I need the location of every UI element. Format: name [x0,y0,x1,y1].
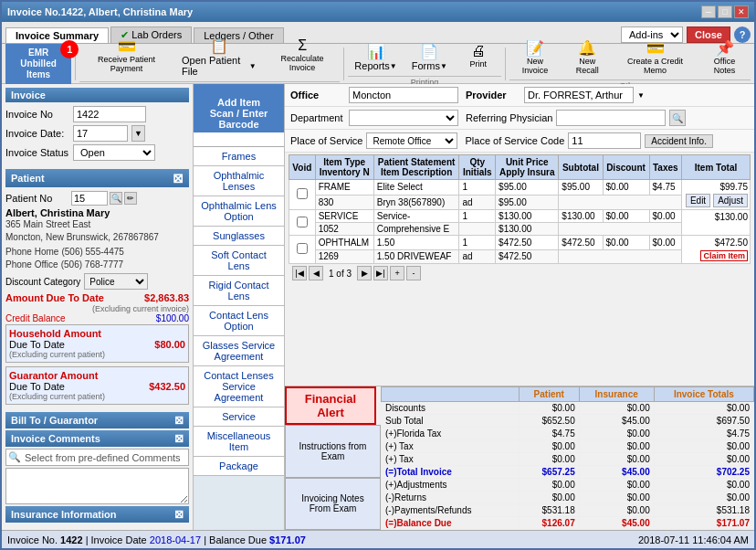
window-close-button[interactable]: ✕ [734,5,749,18]
patient-value-cell: $531.18 [519,504,579,517]
forms-button[interactable]: 📄 Forms▼ [405,40,454,74]
page-info: 1 of 3 [325,269,355,279]
inventory-cell: 830 [315,195,373,210]
office-notes-button[interactable]: 📌 Office Notes [698,37,751,78]
spacer-cell [559,249,682,264]
comments-select-btn[interactable]: 🔍 Select from pre-defined Comments [5,449,189,466]
referring-input[interactable] [556,110,666,126]
total-value-cell: $0.00 [654,492,753,504]
adjust-button[interactable]: Adjust [713,194,748,207]
col-insurance: Insurance [579,387,654,402]
comments-header: Invoice Comments ⊠ [5,430,189,447]
open-patient-file-button[interactable]: 📋 Open Patient File ▼ [175,35,263,79]
total-value-cell: $702.25 [654,466,753,479]
status-invoice-info: Invoice No. 1422 | Invoice Date 2018-04-… [7,534,306,545]
scan-item[interactable]: Frames [194,147,284,166]
scan-item[interactable]: Ophthalmic Lenses [194,166,284,196]
provider-dropdown-icon[interactable]: ▼ [637,91,645,100]
reports-button[interactable]: 📊 Reports▼ [348,40,403,74]
insurance-section: Insurance Information ⊠ [5,506,189,523]
receive-payment-button[interactable]: 💳 Receive Patient Payment [79,35,173,79]
discount-select[interactable]: Police [84,273,148,290]
referring-search-btn[interactable]: 🔍 [669,110,686,126]
last-page-btn[interactable]: ▶| [373,266,388,280]
right-panel: Office Provider ▼ Department Referr [285,84,754,530]
financial-label-cell: (=)Balance Due [382,517,520,530]
financial-row: Sub Total $652.50 $45.00 $697.50 [382,415,754,428]
comments-textarea[interactable] [5,468,189,504]
print-button[interactable]: 🖨 Print [456,40,501,74]
scan-item[interactable]: Contact Lenses Service Agreement [194,366,284,407]
scan-item[interactable]: Glasses Service Agreement [194,336,284,366]
first-page-btn[interactable]: |◀ [292,266,307,280]
scan-item[interactable]: Sunglasses [194,227,284,246]
scan-item[interactable]: Service [194,407,284,427]
patient-section: Patient ⊠ Patient No 🔍 ✏ Albert, Christi… [5,169,189,408]
scan-item[interactable]: Contact Lens Option [194,306,284,336]
patient-expand-btn[interactable]: ⊠ [173,171,184,185]
taxes-cell: $0.00 [649,236,681,250]
scan-input[interactable] [194,132,284,147]
amount-due-label: Amount Due To Date [5,292,104,303]
comments-expand-btn[interactable]: ⊠ [174,432,184,445]
recalculate-invoice-button[interactable]: Σ Recalculate Invoice [265,35,341,79]
bill-to-expand-btn[interactable]: ⊠ [174,414,184,427]
next-page-btn[interactable]: ▶ [357,266,372,280]
place-of-service-select[interactable]: Remote Office [366,132,457,149]
patient-id-input[interactable] [71,191,108,206]
void-checkbox[interactable] [297,188,308,199]
forms-icon: 📄 [420,43,438,60]
invoice-date-input[interactable] [73,125,128,142]
minimize-button[interactable]: ─ [701,5,716,18]
invoice-no-input[interactable] [73,106,146,122]
insurance-value-cell: $0.00 [579,428,654,440]
patient-value-cell: $4.75 [519,428,579,440]
scan-item[interactable]: Ophthalmic Lens Option [194,196,284,227]
col-unit-price: Unit PriceApply Insura [496,155,559,180]
void-checkbox[interactable] [297,243,308,254]
invoicing-notes-button[interactable]: Invoicing Notes From Exam [285,478,381,531]
remove-page-btn[interactable]: - [406,266,421,280]
provider-input[interactable] [524,87,634,103]
phone-office-label: Phone Office [5,259,58,270]
office-row: Office Provider ▼ [285,84,754,107]
insurance-value-cell: $0.00 [579,440,654,453]
discount-label: Discount Category [5,277,80,287]
bill-to-section-header: Bill To / Guarantor ⊠ [5,412,189,428]
department-select[interactable] [349,110,458,126]
office-label: Office [290,90,345,100]
table-row: SERVICE Service- 1 $130.00 $130.00 $0.00… [289,210,751,223]
scan-item[interactable]: Soft Contact Lens [194,246,284,276]
void-checkbox[interactable] [297,217,308,227]
edit-button[interactable]: Edit [686,194,710,207]
financial-table-header: Patient Insurance Invoice Totals [382,387,754,402]
financial-label-cell: (-)Returns [382,492,520,504]
claim-item-badge[interactable]: Claim Item [700,250,748,261]
household-amount-row: Due To Date $80.00 [9,339,185,350]
insurance-value-cell: $0.00 [579,504,654,517]
insurance-expand-btn[interactable]: ⊠ [174,508,184,521]
new-invoice-button[interactable]: 📝 New Invoice [509,37,562,78]
invoice-no-row: Invoice No [5,106,189,122]
create-credit-memo-button[interactable]: 💳 Create a Credit Memo [614,37,697,78]
scan-item[interactable]: Rigid Contact Lens [194,276,284,306]
office-input[interactable] [349,87,458,103]
maximize-button[interactable]: □ [718,5,732,18]
office-row-2: Department Referring Physician 🔍 [285,107,754,130]
accident-info-button[interactable]: Accident Info. [645,134,713,148]
item-total-cell: $99.75Edit Adjust [682,180,751,210]
add-page-btn[interactable]: + [390,266,404,280]
instructions-from-exam-button[interactable]: Instructions from Exam [285,425,381,478]
patient-section-title: Patient [11,173,45,184]
patient-edit-icon[interactable]: ✏ [124,192,137,205]
date-dropdown-btn[interactable]: ▼ [131,125,145,142]
invoice-status-select[interactable]: Open [73,144,155,161]
discount-cell: $0.00 [603,210,649,223]
place-code-input[interactable] [568,132,641,149]
insurance-value-cell: $0.00 [579,453,654,466]
prev-page-btn[interactable]: ◀ [309,266,323,280]
scan-item[interactable]: Miscellaneous Item [194,427,284,457]
patient-search-icon[interactable]: 🔍 [110,192,122,205]
new-recall-button[interactable]: 🔔 New Recall [562,37,612,78]
scan-item[interactable]: Package [194,457,284,476]
